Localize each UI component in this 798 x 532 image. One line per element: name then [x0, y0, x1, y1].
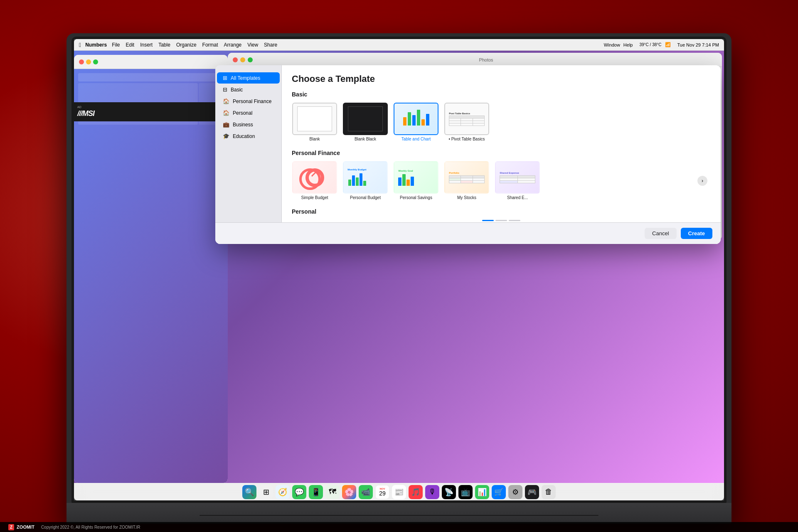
dock-podcasts[interactable]: 🎙 [425, 485, 439, 499]
briefcase-icon: 💼 [223, 121, 229, 128]
touchpad-indicator [200, 515, 598, 516]
dock-finder[interactable]: 🔍 [242, 485, 256, 499]
menu-help[interactable]: Help [623, 42, 633, 47]
sidebar-label-education: Education [233, 133, 255, 139]
sidebar-item-education[interactable]: 🎓 Education [217, 131, 280, 142]
zoomit-z-logo: Z [8, 524, 14, 530]
clock: Tue Nov 29 7:14 PM [677, 42, 719, 47]
menu-arrange[interactable]: Arrange [224, 42, 242, 48]
photos-close[interactable] [233, 57, 238, 62]
template-personal-budget-thumb: Monthly Budget [343, 161, 388, 194]
sidebar-item-business[interactable]: 💼 Business [217, 119, 280, 130]
home-icon: 🏠 [223, 98, 229, 104]
menu-edit[interactable]: Edit [126, 42, 134, 48]
photos-minimize[interactable] [240, 57, 245, 62]
menubar:  Numbers File Edit Insert Table Organiz… [74, 39, 724, 51]
template-blank-black-thumb [343, 103, 388, 135]
dock-maps[interactable]: 🗺 [325, 485, 340, 499]
sidebar-label-basic: Basic [231, 87, 243, 93]
menubar-right: Window Help 39°C / 38°C 📶 Tue Nov 29 7:1… [604, 42, 719, 47]
template-pivot-thumb: Post Table Basics [444, 103, 489, 135]
dock-launchpad[interactable]: ⊞ [259, 485, 273, 499]
create-button[interactable]: Create [681, 228, 712, 239]
sidebar-item-all-templates[interactable]: ⊞ All Templates [217, 72, 280, 84]
menu-insert[interactable]: Insert [140, 42, 153, 48]
dialog-title: Choose a Template [292, 74, 711, 84]
scroll-right-button[interactable]: › [697, 176, 707, 186]
sidebar-label-business: Business [233, 122, 253, 128]
menu-table[interactable]: Table [158, 42, 170, 48]
sidebar-item-personal-finance[interactable]: 🏠 Personal Finance [217, 96, 280, 107]
template-pivot-label: • Pivot Table Basics [448, 137, 485, 141]
desktop: AD ///MSI Photos [74, 51, 724, 483]
scroll-dot-1 [482, 220, 494, 221]
menu-share[interactable]: Share [264, 42, 277, 48]
template-simple-budget[interactable]: Simple Budget [292, 161, 337, 200]
dock-appletv[interactable]: 📺 [458, 485, 473, 499]
template-personal-savings-label: Personal Savings [400, 195, 432, 200]
dock-trash[interactable]: 🗑 [542, 485, 556, 499]
scroll-indicator [292, 220, 711, 221]
dock-facetime[interactable]: 📹 [359, 485, 373, 499]
template-simple-budget-label: Simple Budget [301, 195, 328, 200]
template-personal-budget-label: Personal Budget [350, 195, 381, 200]
template-content-area: Choose a Template Basic Blank [282, 65, 721, 244]
template-personal-savings-thumb: Weekly Goal [394, 161, 438, 194]
menu-organize[interactable]: Organize [176, 42, 197, 48]
menu-file[interactable]: File [112, 42, 120, 48]
numbers-window-titlebar [74, 55, 228, 69]
dock-news[interactable]: 📰 [392, 485, 406, 499]
dock-appstore[interactable]: 🛒 [492, 485, 506, 499]
close-button[interactable] [79, 59, 84, 64]
template-blank-black[interactable]: Blank Black [342, 103, 388, 141]
template-personal-budget[interactable]: Monthly Budget [342, 161, 388, 200]
mini-chart [401, 111, 431, 127]
wifi-icon: 📶 [665, 42, 671, 47]
cancel-button[interactable]: Cancel [645, 228, 676, 239]
dock-messages[interactable]: 💬 [292, 485, 306, 499]
photos-maximize[interactable] [248, 57, 253, 62]
dock-news2[interactable]: 📡 [442, 485, 456, 499]
basic-templates-grid: Blank Blank Black [292, 103, 711, 141]
template-shared-expense[interactable]: Shared Expense Shared E... [495, 161, 540, 200]
minimize-button[interactable] [86, 59, 91, 64]
menu-items: File Edit Insert Table Organize Format A… [112, 42, 604, 48]
menu-format[interactable]: Format [202, 42, 218, 48]
scroll-dot-3 [509, 220, 520, 221]
footer-bar: Z ZOOMIT Copyright 2022 ©, All Rights Re… [0, 522, 798, 532]
sidebar-item-basic[interactable]: ⊟ Basic [217, 84, 280, 95]
sidebar-item-personal[interactable]: 🏠 Personal [217, 107, 280, 118]
menu-view[interactable]: View [247, 42, 258, 48]
app-name[interactable]: Numbers [85, 42, 107, 48]
template-pivot[interactable]: Post Table Basics [444, 103, 490, 141]
screen-bezel:  Numbers File Edit Insert Table Organiz… [71, 37, 727, 503]
template-chooser-dialog: ⊞ All Templates ⊟ Basic 🏠 Personal Finan… [215, 65, 721, 244]
template-blank-black-label: Blank Black [355, 137, 376, 141]
template-blank[interactable]: Blank [292, 103, 337, 141]
dock-gamepad[interactable]: 🎮 [525, 485, 539, 499]
dock-calendar[interactable]: NOV 29 [375, 485, 389, 499]
section-basic-label: Basic [292, 91, 711, 98]
dock-numbers[interactable]: 📊 [475, 485, 489, 499]
dock-photos[interactable]: 🌸 [342, 485, 356, 499]
dock-music[interactable]: 🎵 [409, 485, 423, 499]
template-sidebar: ⊞ All Templates ⊟ Basic 🏠 Personal Finan… [215, 65, 282, 244]
numbers-bg-window[interactable]: AD ///MSI [74, 55, 228, 483]
zoomit-brand: Z ZOOMIT [8, 524, 34, 530]
template-blank-label: Blank [309, 137, 320, 141]
dock-safari[interactable]: 🧭 [276, 485, 290, 499]
dock-phone[interactable]: 📱 [309, 485, 323, 499]
table-icon: ⊟ [223, 86, 227, 93]
template-table-chart[interactable]: Table and Chart [393, 103, 439, 141]
template-table-chart-label: Table and Chart [401, 137, 431, 141]
template-personal-savings[interactable]: Weekly Goal Pe [393, 161, 439, 200]
dock: 🔍 ⊞ 🧭 💬 📱 🗺 🌸 📹 NOV 29 📰 🎵 🎙 📡 📺 📊 🛒 [74, 483, 724, 500]
maximize-button[interactable] [93, 59, 98, 64]
laptop-body:  Numbers File Edit Insert Table Organiz… [66, 33, 732, 524]
dock-settings[interactable]: ⚙ [508, 485, 522, 499]
menu-window[interactable]: Window [604, 42, 620, 47]
numbers-spreadsheet-content: AD ///MSI [74, 69, 228, 483]
apple-menu-icon[interactable]:  [79, 42, 81, 48]
keyboard-area [66, 503, 732, 524]
template-my-stocks[interactable]: Portfolio My Stocks [444, 161, 490, 200]
